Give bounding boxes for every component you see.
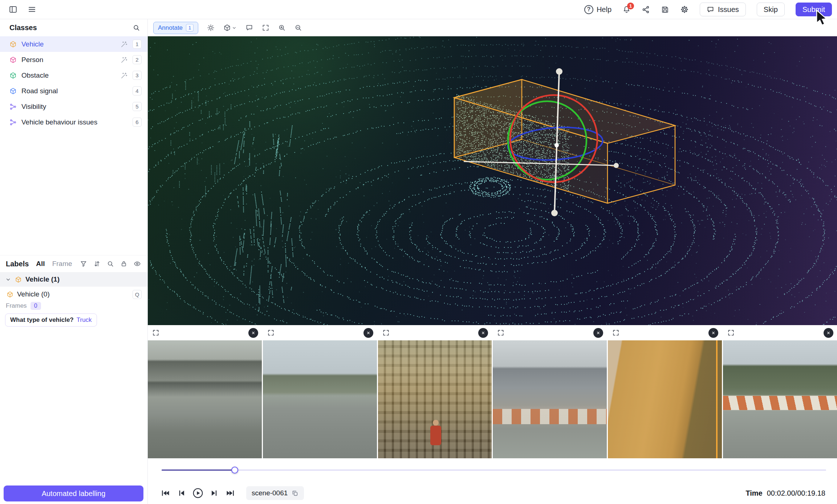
cube-icon xyxy=(7,291,13,298)
lock-icon[interactable] xyxy=(120,260,127,267)
camera-thumbnail-1 xyxy=(148,325,262,458)
camera-image[interactable] xyxy=(608,340,722,458)
skip-button[interactable]: Skip xyxy=(757,3,785,16)
tab-all[interactable]: All xyxy=(36,260,45,268)
expand-icon xyxy=(382,329,390,336)
search-icon[interactable] xyxy=(107,260,114,267)
sort-icon[interactable] xyxy=(93,260,101,267)
timeline-fill xyxy=(162,470,235,471)
issues-button[interactable]: Issues xyxy=(700,3,746,16)
thumbnail-expand-button[interactable] xyxy=(382,329,390,336)
automated-labelling-button[interactable]: Automated labelling xyxy=(4,485,143,501)
previous-frame-icon xyxy=(176,488,187,498)
class-row-person[interactable]: Person 2 xyxy=(0,52,147,67)
thumbnail-expand-button[interactable] xyxy=(612,329,619,336)
save-button[interactable] xyxy=(661,5,669,14)
copy-icon[interactable] xyxy=(292,490,298,497)
annotate-tool-button[interactable]: Annotate 1 xyxy=(153,22,198,34)
camera-image[interactable] xyxy=(148,340,262,458)
auto-label-wand-icon[interactable] xyxy=(121,41,128,48)
auto-label-wand-icon[interactable] xyxy=(121,56,128,63)
label-item-badge[interactable]: Q xyxy=(133,290,142,299)
class-hotkey: 3 xyxy=(133,71,142,80)
thumbnail-expand-button[interactable] xyxy=(727,329,735,336)
sun-icon xyxy=(207,24,215,32)
attribute-branch-icon xyxy=(9,119,17,126)
attribute-branch-icon xyxy=(9,103,17,110)
tab-frame[interactable]: Frame xyxy=(52,260,72,268)
pointcloud-viewport[interactable] xyxy=(148,36,837,325)
thumbnail-expand-button[interactable] xyxy=(497,329,504,336)
gizmo-center-handle[interactable] xyxy=(554,143,559,147)
fullscreen-button[interactable] xyxy=(262,24,269,32)
thumbnail-close-button[interactable] xyxy=(363,328,373,338)
settings-button[interactable] xyxy=(680,5,689,14)
close-icon xyxy=(366,331,371,335)
thumbnail-close-button[interactable] xyxy=(248,328,258,338)
classes-search-button[interactable] xyxy=(133,24,140,32)
brightness-button[interactable] xyxy=(207,24,215,32)
next-frame-button[interactable] xyxy=(207,486,222,500)
close-icon xyxy=(481,331,485,335)
submit-button[interactable]: Submit xyxy=(796,3,832,16)
chevron-down-icon[interactable] xyxy=(5,276,11,283)
thumbnail-expand-button[interactable] xyxy=(267,329,275,336)
gizmo-top-handle[interactable] xyxy=(556,68,562,75)
class-row-visibility[interactable]: Visibility 5 xyxy=(0,99,147,114)
class-label: Obstacle xyxy=(21,71,49,79)
vehicle-type-attribute-chip[interactable]: What type of vehicle? Truck xyxy=(5,314,97,327)
class-row-vehicle-behaviour[interactable]: Vehicle behaviour issues 6 xyxy=(0,114,147,130)
timeline-slider[interactable] xyxy=(162,467,826,474)
class-row-road-signal[interactable]: Road signal 4 xyxy=(0,83,147,99)
share-button[interactable] xyxy=(642,5,650,14)
zoom-out-icon xyxy=(294,24,302,32)
zoom-in-button[interactable] xyxy=(278,24,286,32)
annotate-hotkey: 1 xyxy=(186,24,194,32)
label-group-vehicle[interactable]: Vehicle (1) xyxy=(0,272,147,287)
hamburger-icon xyxy=(28,5,36,14)
thumbnail-close-button[interactable] xyxy=(708,328,718,338)
annotate-label: Annotate xyxy=(158,24,183,32)
previous-frame-button[interactable] xyxy=(174,486,189,500)
label-item-vehicle[interactable]: Vehicle (0) Q xyxy=(0,287,147,302)
main-area: Annotate 1 xyxy=(148,19,837,504)
submit-label: Submit xyxy=(803,5,825,14)
timeline-track[interactable] xyxy=(162,470,826,471)
save-icon xyxy=(661,5,669,14)
thumbnail-close-button[interactable] xyxy=(478,328,488,338)
zoom-out-button[interactable] xyxy=(294,24,302,32)
annotation-overlay xyxy=(148,36,837,325)
scene-id-chip[interactable]: scene-0061 xyxy=(246,486,304,500)
share-icon xyxy=(642,5,650,14)
filter-icon[interactable] xyxy=(80,260,87,267)
class-row-vehicle[interactable]: Vehicle 1 xyxy=(0,36,147,52)
skip-to-start-button[interactable] xyxy=(158,486,172,500)
class-row-obstacle[interactable]: Obstacle 3 xyxy=(0,67,147,83)
expand-icon xyxy=(152,329,159,336)
comments-button[interactable] xyxy=(245,24,253,32)
sidebar-toggle-button[interactable] xyxy=(9,5,17,14)
help-button[interactable]: ? Help xyxy=(584,5,612,14)
thumbnail-close-button[interactable] xyxy=(824,328,833,338)
thumbnail-expand-button[interactable] xyxy=(152,329,159,336)
search-icon xyxy=(133,24,140,32)
play-button[interactable] xyxy=(191,486,205,500)
eye-icon[interactable] xyxy=(134,260,141,267)
camera-image[interactable] xyxy=(263,340,377,458)
skip-to-end-button[interactable] xyxy=(223,486,238,500)
bounding-box-3d[interactable] xyxy=(454,79,675,203)
camera-image[interactable] xyxy=(378,340,492,458)
gizmo-axis-handle[interactable] xyxy=(614,163,619,168)
label-group-title: Vehicle (1) xyxy=(25,275,60,283)
main-menu-button[interactable] xyxy=(28,5,36,14)
thumbnail-close-button[interactable] xyxy=(593,328,603,338)
camera-image[interactable] xyxy=(723,340,837,458)
timeline-handle[interactable] xyxy=(231,467,238,474)
cuboid-tool-dropdown[interactable] xyxy=(223,24,237,32)
gizmo-bottom-handle[interactable] xyxy=(551,210,558,216)
labels-panel: Labels All Frame Vehicle (1) Vehicle (0) xyxy=(0,255,147,329)
notifications-button[interactable]: 1 xyxy=(622,5,631,14)
auto-label-wand-icon[interactable] xyxy=(121,72,128,79)
classes-header: Classes xyxy=(0,19,147,36)
camera-image[interactable] xyxy=(493,340,607,458)
